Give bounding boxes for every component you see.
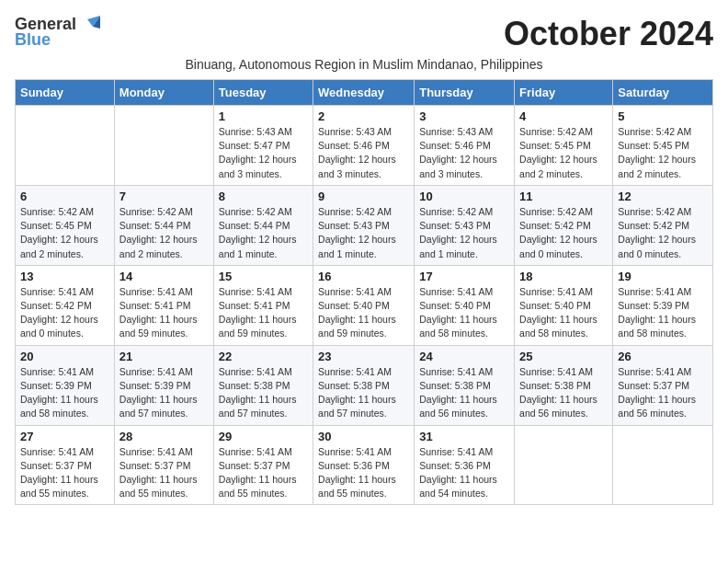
sunset-text: Sunset: 5:47 PM [219,140,290,151]
day-info: Sunrise: 5:43 AMSunset: 5:46 PMDaylight:… [419,125,509,181]
sunset-text: Sunset: 5:38 PM [318,380,390,391]
daylight-text: Daylight: 11 hours and 56 minutes. [419,394,497,419]
sunrise-text: Sunrise: 5:41 AM [419,286,493,297]
day-info: Sunrise: 5:42 AMSunset: 5:43 PMDaylight:… [318,205,409,261]
daylight-text: Daylight: 11 hours and 58 minutes. [20,394,98,419]
sunset-text: Sunset: 5:36 PM [318,460,390,471]
sunset-text: Sunset: 5:45 PM [618,140,689,151]
sunrise-text: Sunrise: 5:41 AM [20,286,94,297]
table-row: 13Sunrise: 5:41 AMSunset: 5:42 PMDayligh… [16,265,115,345]
sunset-text: Sunset: 5:43 PM [419,220,491,231]
day-number: 23 [318,350,409,363]
sunrise-text: Sunrise: 5:41 AM [119,446,193,457]
day-info: Sunrise: 5:41 AMSunset: 5:38 PMDaylight:… [519,365,608,421]
sunset-text: Sunset: 5:45 PM [20,220,92,231]
calendar-week-row: 20Sunrise: 5:41 AMSunset: 5:39 PMDayligh… [16,345,713,425]
day-info: Sunrise: 5:42 AMSunset: 5:45 PMDaylight:… [20,205,109,261]
sunset-text: Sunset: 5:37 PM [219,460,290,471]
table-row: 17Sunrise: 5:41 AMSunset: 5:40 PMDayligh… [415,265,515,345]
table-row: 8Sunrise: 5:42 AMSunset: 5:44 PMDaylight… [213,185,313,265]
table-row [114,106,213,186]
day-number: 6 [20,190,109,203]
day-number: 10 [419,190,509,203]
sunset-text: Sunset: 5:42 PM [519,220,591,231]
day-number: 19 [618,270,708,283]
daylight-text: Daylight: 12 hours and 1 minute. [419,234,497,259]
table-row: 4Sunrise: 5:42 AMSunset: 5:45 PMDaylight… [515,106,613,186]
day-info: Sunrise: 5:41 AMSunset: 5:36 PMDaylight:… [318,445,409,501]
calendar-week-row: 27Sunrise: 5:41 AMSunset: 5:37 PMDayligh… [16,425,713,505]
table-row: 5Sunrise: 5:42 AMSunset: 5:45 PMDaylight… [613,106,713,186]
day-info: Sunrise: 5:41 AMSunset: 5:42 PMDaylight:… [20,285,109,341]
daylight-text: Daylight: 11 hours and 54 minutes. [419,474,497,499]
day-number: 17 [419,270,509,283]
sunrise-text: Sunrise: 5:42 AM [618,126,691,137]
sunrise-text: Sunrise: 5:41 AM [219,366,292,377]
sunset-text: Sunset: 5:44 PM [119,220,191,231]
day-number: 27 [20,430,109,443]
sunrise-text: Sunrise: 5:43 AM [419,126,493,137]
sunrise-text: Sunrise: 5:41 AM [119,286,193,297]
day-info: Sunrise: 5:41 AMSunset: 5:38 PMDaylight:… [419,365,509,421]
day-info: Sunrise: 5:42 AMSunset: 5:45 PMDaylight:… [519,125,608,181]
day-number: 4 [519,109,608,123]
day-number: 30 [318,430,409,443]
header-sunday: Sunday [16,80,115,106]
table-row: 21Sunrise: 5:41 AMSunset: 5:39 PMDayligh… [114,345,213,425]
day-number: 21 [119,350,209,363]
table-row: 12Sunrise: 5:42 AMSunset: 5:42 PMDayligh… [613,185,713,265]
sunset-text: Sunset: 5:45 PM [519,140,591,151]
sunset-text: Sunset: 5:37 PM [20,460,92,471]
sunrise-text: Sunrise: 5:41 AM [519,366,593,377]
daylight-text: Daylight: 12 hours and 0 minutes. [519,234,597,259]
day-number: 28 [119,430,209,443]
daylight-text: Daylight: 11 hours and 57 minutes. [119,394,198,419]
day-number: 3 [419,109,509,123]
header-monday: Monday [114,80,213,106]
day-info: Sunrise: 5:41 AMSunset: 5:37 PMDaylight:… [219,445,308,501]
daylight-text: Daylight: 11 hours and 55 minutes. [119,474,198,499]
calendar-week-row: 6Sunrise: 5:42 AMSunset: 5:45 PMDaylight… [16,185,713,265]
daylight-text: Daylight: 12 hours and 0 minutes. [20,314,98,339]
day-number: 11 [519,190,608,203]
sunset-text: Sunset: 5:39 PM [618,300,689,311]
daylight-text: Daylight: 12 hours and 0 minutes. [618,234,696,259]
table-row: 23Sunrise: 5:41 AMSunset: 5:38 PMDayligh… [313,345,415,425]
day-number: 31 [419,430,509,443]
daylight-text: Daylight: 11 hours and 55 minutes. [219,474,297,499]
day-info: Sunrise: 5:41 AMSunset: 5:36 PMDaylight:… [419,445,509,501]
weekday-header-row: Sunday Monday Tuesday Wednesday Thursday… [16,80,713,106]
day-info: Sunrise: 5:41 AMSunset: 5:39 PMDaylight:… [20,365,109,421]
month-title: October 2024 [504,15,713,53]
sunset-text: Sunset: 5:40 PM [419,300,491,311]
table-row: 28Sunrise: 5:41 AMSunset: 5:37 PMDayligh… [114,425,213,505]
table-row: 22Sunrise: 5:41 AMSunset: 5:38 PMDayligh… [213,345,313,425]
sunrise-text: Sunrise: 5:42 AM [119,206,193,217]
header-thursday: Thursday [415,80,515,106]
calendar-table: Sunday Monday Tuesday Wednesday Thursday… [15,79,713,505]
day-info: Sunrise: 5:42 AMSunset: 5:44 PMDaylight:… [219,205,308,261]
table-row: 1Sunrise: 5:43 AMSunset: 5:47 PMDaylight… [213,106,313,186]
day-number: 26 [618,350,708,363]
header-friday: Friday [515,80,613,106]
sunset-text: Sunset: 5:40 PM [318,300,390,311]
logo-blue-text: Blue [15,30,51,50]
daylight-text: Daylight: 12 hours and 2 minutes. [519,154,597,178]
table-row: 27Sunrise: 5:41 AMSunset: 5:37 PMDayligh… [16,425,115,505]
day-info: Sunrise: 5:41 AMSunset: 5:40 PMDaylight:… [419,285,509,341]
sunset-text: Sunset: 5:38 PM [219,380,290,391]
sunset-text: Sunset: 5:42 PM [618,220,689,231]
day-info: Sunrise: 5:42 AMSunset: 5:42 PMDaylight:… [618,205,708,261]
sunset-text: Sunset: 5:39 PM [119,380,191,391]
calendar-week-row: 1Sunrise: 5:43 AMSunset: 5:47 PMDaylight… [16,106,713,186]
sunrise-text: Sunrise: 5:41 AM [119,366,193,377]
table-row [16,106,115,186]
sunset-text: Sunset: 5:39 PM [20,380,92,391]
daylight-text: Daylight: 12 hours and 2 minutes. [119,234,198,259]
daylight-text: Daylight: 11 hours and 58 minutes. [618,314,696,339]
day-info: Sunrise: 5:42 AMSunset: 5:44 PMDaylight:… [119,205,209,261]
table-row: 3Sunrise: 5:43 AMSunset: 5:46 PMDaylight… [415,106,515,186]
table-row: 6Sunrise: 5:42 AMSunset: 5:45 PMDaylight… [16,185,115,265]
table-row: 18Sunrise: 5:41 AMSunset: 5:40 PMDayligh… [515,265,613,345]
day-info: Sunrise: 5:41 AMSunset: 5:39 PMDaylight:… [618,285,708,341]
